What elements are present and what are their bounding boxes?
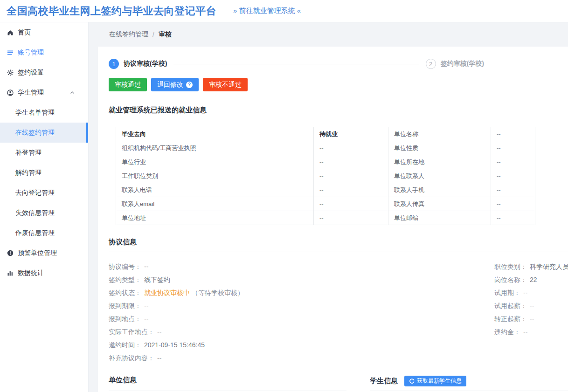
detail-label: 邀约时间：: [109, 341, 141, 349]
sidebar-item-student-mgmt[interactable]: 学生管理: [0, 83, 88, 103]
table-row: 工作职位类别 -- 单位联系人 --: [116, 169, 535, 183]
sidebar-item-warning-units[interactable]: 预警单位管理: [0, 243, 88, 263]
detail-value: --: [523, 289, 527, 296]
sidebar-item-label: 解约管理: [15, 169, 42, 177]
breadcrumb-parent[interactable]: 在线签约管理: [109, 30, 148, 39]
send-back-button[interactable]: 退回修改 ?: [151, 78, 199, 91]
sidebar-item-supplement[interactable]: 补登管理: [0, 143, 88, 163]
detail-label: 转正起薪：: [494, 315, 527, 323]
detail-row-supplement-content: 补充协议内容：--: [109, 351, 494, 364]
detail-value: --: [144, 315, 148, 323]
user-icon: [7, 89, 14, 96]
table-row: 毕业去向 待就业 单位名称 --: [116, 127, 535, 141]
table-cell: 单位行业: [116, 155, 314, 169]
portal-link[interactable]: » 前往就业管理系统 «: [233, 7, 301, 15]
table-row: 组织机构代码/工商营业执照 -- 单位性质 --: [116, 141, 535, 155]
detail-row-sign-type: 签约类型：线下签约: [109, 273, 494, 286]
send-back-label: 退回修改: [157, 81, 183, 89]
approve-label: 审核通过: [115, 81, 141, 89]
detail-row-position-category: 职位类别：科学研究人员: [494, 260, 568, 273]
detail-value: 2021-09-15 15:46:45: [144, 341, 205, 349]
detail-value: --: [157, 354, 161, 362]
refresh-student-button[interactable]: 获取最新学生信息: [404, 376, 466, 386]
sidebar-item-label: 在线签约管理: [15, 129, 55, 137]
sidebar-item-label: 签约设置: [18, 69, 44, 77]
table-cell: --: [491, 211, 535, 225]
detail-label: 协议编号：: [109, 263, 141, 270]
breadcrumb-current: 审核: [159, 30, 172, 39]
detail-label: 签约状态：: [109, 289, 141, 296]
student-title: 学生信息: [370, 377, 398, 385]
table-cell: --: [491, 155, 535, 169]
column-gap: [346, 376, 370, 391]
agreement-section-header: 协议信息: [109, 238, 568, 252]
sidebar-item-voided-info[interactable]: 作废信息管理: [0, 223, 88, 243]
refresh-student-label: 获取最新学生信息: [417, 377, 462, 385]
detail-row-report-deadline: 报到期限：--: [109, 299, 494, 312]
reported-info-title: 就业管理系统已报送的就业信息: [109, 106, 207, 114]
list-icon: [7, 49, 14, 56]
table-cell: --: [491, 141, 535, 155]
sidebar-item-label: 失效信息管理: [15, 209, 55, 217]
step-1-label: 协议审核(学校): [124, 60, 167, 68]
step-2-circle: 2: [426, 59, 436, 69]
detail-value: 线下签约: [144, 276, 170, 283]
detail-row-sign-status: 签约状态：就业协议审核中（等待学校审核）: [109, 286, 494, 299]
alert-icon: [7, 250, 14, 256]
student-section: 学生信息 获取最新学生信息: [370, 376, 568, 391]
table-cell: --: [314, 211, 388, 225]
detail-row-probation-salary: 试用起薪：--: [494, 299, 568, 312]
agreement-details-right: 职位类别：科学研究人员 岗位名称：22 试用期：-- 试用起薪：-- 转正起薪：…: [494, 260, 568, 364]
detail-value: 22: [530, 276, 537, 283]
sidebar-item-destination-reg[interactable]: 去向登记管理: [0, 183, 88, 203]
table-cell: --: [491, 169, 535, 183]
detail-row-probation: 试用期：--: [494, 286, 568, 299]
breadcrumb: 在线签约管理 / 审核: [98, 22, 568, 47]
detail-value: 科学研究人员: [530, 263, 568, 270]
table-cell: 联系人传真: [388, 197, 491, 211]
detail-label: 签约类型：: [109, 276, 141, 283]
step-connector: [173, 64, 419, 64]
reject-label: 审核不通过: [209, 81, 242, 89]
sidebar-item-online-signing[interactable]: 在线签约管理: [0, 123, 88, 143]
sidebar-item-invalid-info[interactable]: 失效信息管理: [0, 203, 88, 223]
table-cell: --: [314, 183, 388, 197]
sidebar-item-sign-settings[interactable]: 签约设置: [0, 62, 88, 83]
status-badge: 就业协议审核中: [144, 289, 190, 296]
reported-info-table: 毕业去向 待就业 单位名称 -- 组织机构代码/工商营业执照 -- 单位性质 -…: [116, 127, 535, 225]
sidebar-item-label: 去向登记管理: [15, 189, 55, 197]
detail-value: --: [530, 302, 534, 309]
status-note: （等待学校审核）: [192, 289, 244, 296]
sidebar-item-student-list[interactable]: 学生名单管理: [0, 103, 88, 123]
table-cell: 联系人手机: [388, 183, 491, 197]
sidebar-item-terminate[interactable]: 解约管理: [0, 163, 88, 183]
sidebar-item-home[interactable]: 首页: [0, 22, 88, 42]
page-frame: 首页 账号管理 签约设置 学生管理 学生名单管理 在线签: [0, 22, 568, 392]
reject-button[interactable]: 审核不通过: [203, 78, 248, 91]
table-cell: 单位邮编: [388, 211, 491, 225]
step-2-label: 签约审核(学校): [441, 60, 484, 68]
table-cell: 工作职位类别: [116, 169, 314, 183]
review-stepper: 1 协议审核(学校) 2 签约审核(学校): [109, 59, 484, 69]
detail-label: 报到期限：: [109, 302, 141, 309]
table-row: 单位行业 -- 单位所在地 --: [116, 155, 535, 169]
content-card: 1 协议审核(学校) 2 签约审核(学校) 审核通过 退回修改 ? 审核不通过: [98, 47, 568, 392]
table-cell: 单位地址: [116, 211, 314, 225]
approve-button[interactable]: 审核通过: [109, 78, 147, 91]
sidebar-item-label: 首页: [18, 28, 31, 37]
detail-label: 试用期：: [494, 289, 520, 296]
sidebar-item-label: 学生管理: [18, 89, 44, 97]
sidebar-item-label: 补登管理: [15, 149, 42, 157]
divider: [370, 391, 568, 391]
employer-title: 单位信息: [109, 376, 137, 384]
detail-value: --: [530, 315, 534, 323]
table-cell: --: [314, 141, 388, 155]
table-cell: --: [491, 183, 535, 197]
sidebar-item-statistics[interactable]: 数据统计: [0, 263, 88, 283]
table-cell: --: [314, 155, 388, 169]
detail-row-agreement-number: 协议编号：--: [109, 260, 494, 273]
detail-label: 试用起薪：: [494, 302, 527, 309]
reported-info-section-header: 就业管理系统已报送的就业信息: [109, 106, 568, 120]
chevron-up-icon: [69, 90, 75, 96]
sidebar-item-accounts[interactable]: 账号管理: [0, 42, 88, 62]
